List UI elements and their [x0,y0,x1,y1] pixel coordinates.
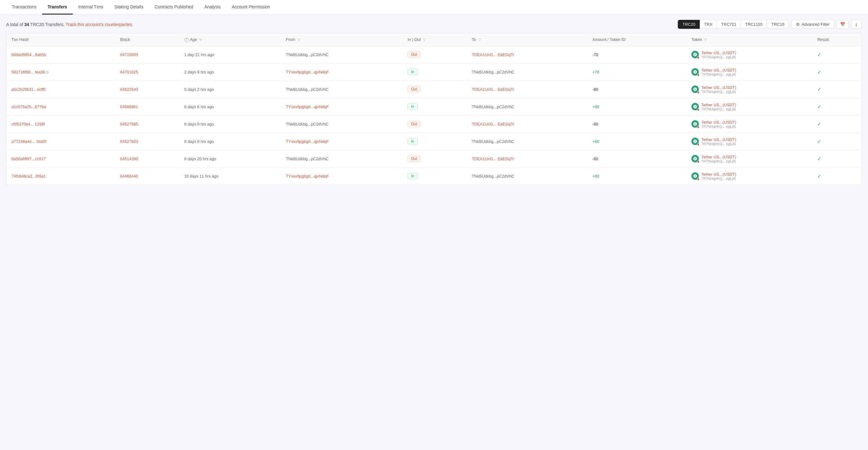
block-cell: 64468440 [115,167,179,185]
advanced-filter-button[interactable]: ⚙ Advanced Filter [792,20,834,29]
from-address[interactable]: TYxexfipgbgd...qjxNdqF [286,174,329,179]
help-icon[interactable]: ? [184,38,189,42]
txn-hash-link[interactable]: 689ad9854...8ab5b [11,52,46,57]
from-cell: TNkBUdkbg...pC2dVhC [281,46,403,63]
txn-hash-link[interactable]: a77248a4e... 1ba5f [11,139,46,144]
to-address[interactable]: TNkBUdkbg...pC2dVhC [472,139,514,144]
block-number[interactable]: 64468440 [120,174,138,179]
block-number[interactable]: 64701025 [120,70,138,74]
from-address[interactable]: TNkBUdkbg...pC2dVhC [286,87,329,92]
result-check: ✓ [817,69,821,75]
to-address[interactable]: TNkBUdkbg...pC2dVhC [472,104,514,109]
col-label-block: Block [120,37,130,42]
usdt-svg [693,70,697,74]
to-address-part2[interactable]: EaEGqTr [497,87,514,92]
filter-icon-token[interactable]: ▽ [705,38,707,41]
txn-hash-link[interactable]: 592716f66... fea36 [11,70,45,74]
token-name[interactable]: Tether US...(USDT) [701,172,736,177]
copy-icon[interactable]: ⧉ [46,70,49,74]
block-number[interactable]: 64622940 [120,87,138,92]
to-address-part1[interactable]: TDEA1UnG... [472,87,496,92]
from-address[interactable]: TYxexfipgbgd...qjxNdqF [286,139,329,144]
col-header-to: To ▽ [467,33,588,46]
block-number[interactable]: 64715009 [120,52,138,57]
block-number[interactable]: 64527885 [120,122,138,126]
warning-dot [697,178,700,180]
token-cell: Tether US...(USDT) TR7NHqjeKQ... zgjLj6t [686,46,812,63]
token-name[interactable]: Tether US...(USDT) [701,51,736,55]
block-number[interactable]: 64527603 [120,139,138,144]
from-address[interactable]: TYxexfipgbgd...qjxNdqF [286,70,329,74]
from-address[interactable]: TNkBUdkbg...pC2dVhC [286,122,329,126]
tab-account-permission[interactable]: Account Permission [226,0,276,14]
to-cell: TNkBUdkbg...pC2dVhC [467,167,588,185]
to-address-part1[interactable]: TDEA1UnG... [472,52,496,57]
to-address-part1[interactable]: TDEA1UnG... [472,122,496,126]
result-cell: ✓ [812,150,862,167]
from-cell: TNkBUdkbg...pC2dVhC [281,150,403,167]
direction-cell: Out [403,81,467,98]
tab-contracts-published[interactable]: Contracts Published [149,0,199,14]
filter-icon-in-out[interactable]: ▽ [423,38,426,41]
age-cell: 6 days 6 hrs ago [179,98,281,115]
token-name[interactable]: Tether US...(USDT) [701,68,736,72]
txn-hash-link[interactable]: d1c075a25...6776a [11,104,46,109]
from-cell: TNkBUdkbg...pC2dVhC [281,115,403,133]
warning-dot [697,74,700,76]
amount-value: +60 [593,139,599,144]
block-number[interactable]: 64514390 [120,156,138,161]
warning-dot [697,126,700,128]
token-filter-trc10[interactable]: TRC10 [767,20,789,29]
txn-hash-link[interactable]: cf05370b4... 1268f [11,122,45,126]
result-cell: ✓ [812,98,862,115]
usdt-svg [693,122,697,126]
block-number[interactable]: 64588961 [120,104,138,109]
to-address-part1[interactable]: TDEA1UnG... [472,156,496,161]
token-name[interactable]: Tether US...(USDT) [701,85,736,90]
filter-icon-to[interactable]: ▽ [478,38,481,41]
txn-hash-link[interactable]: a5c2b20b31...ecff0 [11,87,45,92]
calendar-button[interactable]: 📅 [837,20,848,29]
refresh-icon[interactable]: ↻ [199,38,202,41]
track-link[interactable]: Track this account's counterparties [66,22,132,27]
to-cell: TDEA1UnG...EaEGqTr [467,115,588,133]
token-filter-trx[interactable]: TRX [700,20,717,29]
table-row: 6a56a6f6f7...cc817645143908 days 20 hrs … [6,150,862,167]
filter-icon-from[interactable]: ▽ [298,38,300,41]
token-name[interactable]: Tether US...(USDT) [701,137,736,142]
usdt-svg [693,139,697,144]
txn-hash-link[interactable]: 74fc846ca2...6f8a1 [11,174,46,179]
txn-hash-link[interactable]: 6a56a6f6f7...cc817 [11,156,46,161]
token-icon [691,86,699,93]
from-address[interactable]: TNkBUdkbg...pC2dVhC [286,52,329,57]
token-filter-trc1155[interactable]: TRC1155 [741,20,767,29]
tab-analysis[interactable]: Analysis [199,0,226,14]
direction-cell: Out [403,150,467,167]
result-check: ✓ [817,139,821,144]
direction-badge: Out [408,121,421,127]
token-name[interactable]: Tether US...(USDT) [701,120,736,125]
token-info: Tether US...(USDT) TR7NHqjeKQ... zgjLj6t [701,68,736,76]
tab-transfers[interactable]: Transfers [42,0,73,14]
to-cell: TDEA1UnG...EaEGqTr [467,150,588,167]
tab-staking-details[interactable]: Staking Details [109,0,149,14]
tab-transactions[interactable]: Transactions [6,0,42,14]
to-address-part2[interactable]: EaEGqTr [497,156,514,161]
token-name[interactable]: Tether US...(USDT) [701,102,736,107]
table-row: cf05370b4... 1268f645278858 days 9 hrs a… [6,115,862,133]
from-address[interactable]: TYxexfipgbgd...qjxNdqF [286,104,329,109]
token-filter-trc721[interactable]: TRC721 [717,20,741,29]
token-name[interactable]: Tether US...(USDT) [701,155,736,159]
to-address-part2[interactable]: EaEGqTr [497,122,514,126]
download-button[interactable]: ⭳ [851,20,862,29]
to-address[interactable]: TNkBUdkbg...pC2dVhC [472,174,514,179]
to-address-part2[interactable]: EaEGqTr [497,52,514,57]
amount-cell: +60 [588,167,686,185]
tab-internal-txns[interactable]: Internal Txns [73,0,109,14]
age-text: 6 days 6 hrs ago [184,104,214,109]
filter-controls: TRC20TRXTRC721TRC1155TRC10 ⚙ Advanced Fi… [678,20,862,29]
to-address[interactable]: TNkBUdkbg...pC2dVhC [472,70,514,74]
token-info: Tether US...(USDT) TR7NHqjeKQ... zgjLj6t [701,172,736,180]
token-filter-trc20[interactable]: TRC20 [678,20,700,29]
from-address[interactable]: TNkBUdkbg...pC2dVhC [286,156,329,161]
